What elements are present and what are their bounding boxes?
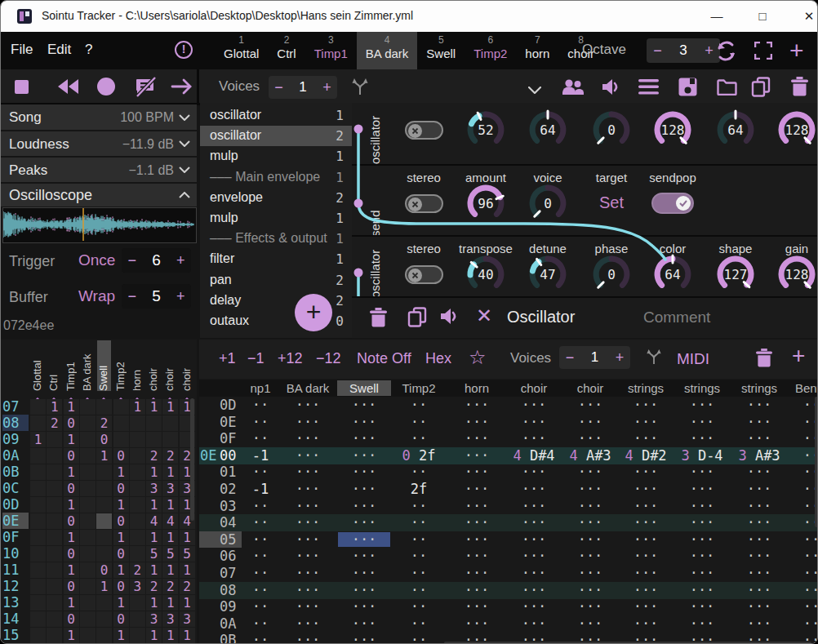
- order-cell[interactable]: [80, 481, 96, 496]
- pattern-cell[interactable]: ··: [233, 582, 287, 599]
- order-cell[interactable]: 1: [64, 595, 79, 611]
- order-cell[interactable]: [130, 628, 145, 643]
- order-cell[interactable]: 5: [180, 546, 195, 562]
- unit-list-item[interactable]: ––– Effects & output1: [200, 229, 352, 249]
- order-cell[interactable]: 1: [162, 530, 178, 545]
- pattern-cell[interactable]: 0 2f: [392, 447, 446, 464]
- order-cell[interactable]: [80, 628, 96, 643]
- order-row-label[interactable]: 13: [2, 594, 29, 611]
- pattern-cell[interactable]: ···: [281, 414, 335, 431]
- pattern-track-header-choir[interactable]: choir: [507, 380, 561, 396]
- order-cell[interactable]: [96, 464, 112, 480]
- pattern-cell[interactable]: ··: [233, 498, 287, 515]
- order-cell[interactable]: [80, 595, 96, 611]
- pattern-cell[interactable]: ···: [732, 565, 786, 582]
- pattern-cell[interactable]: ···: [281, 481, 335, 498]
- pattern-cell[interactable]: ··: [392, 514, 446, 531]
- unit-list-item[interactable]: mulp1: [200, 146, 352, 167]
- order-cell[interactable]: [80, 562, 96, 578]
- pattern-cell[interactable]: ···: [675, 464, 729, 481]
- order-cell[interactable]: [47, 432, 62, 447]
- order-cell[interactable]: 1: [64, 464, 79, 480]
- order-cell[interactable]: 0: [113, 448, 129, 464]
- tab-swell[interactable]: 5Swell: [417, 32, 465, 69]
- order-cell[interactable]: 1: [64, 628, 79, 643]
- tab-timp2[interactable]: 6Timp2: [465, 32, 516, 69]
- order-cell[interactable]: 0: [64, 415, 79, 431]
- pattern-cell[interactable]: -1: [233, 481, 287, 498]
- pattern-cell[interactable]: ···: [507, 430, 561, 447]
- voice-split-icon[interactable]: [645, 349, 663, 368]
- pattern-cell[interactable]: ··: [392, 498, 446, 515]
- pattern-cell[interactable]: ···: [789, 447, 818, 464]
- pattern-cell[interactable]: ···: [789, 464, 818, 481]
- pattern-cell[interactable]: ···: [732, 498, 786, 515]
- pattern-cell[interactable]: ···: [732, 464, 786, 481]
- order-cell[interactable]: [47, 497, 62, 513]
- order-cell[interactable]: 1: [146, 628, 162, 643]
- order-cell[interactable]: [80, 579, 96, 594]
- pattern-cell[interactable]: ···: [507, 397, 561, 414]
- pattern-cell[interactable]: ···: [563, 615, 617, 633]
- param-set-button[interactable]: Set: [579, 193, 644, 212]
- pattern-cell[interactable]: ···: [563, 565, 617, 582]
- order-cell[interactable]: 1: [64, 530, 79, 545]
- pattern-cell[interactable]: ···: [563, 464, 617, 481]
- pattern-cell[interactable]: ···: [619, 531, 673, 549]
- pattern-track-header-bentstr[interactable]: BentStr: [789, 380, 818, 396]
- order-row-label[interactable]: 15: [2, 627, 29, 643]
- unit-list-item[interactable]: ––– Main envelope1: [200, 167, 352, 188]
- order-cell[interactable]: [96, 611, 112, 627]
- pattern-cell[interactable]: 3 D-4: [675, 447, 729, 464]
- unit-list-item[interactable]: oscillator2: [200, 126, 352, 146]
- order-cell[interactable]: 0: [64, 546, 79, 562]
- pattern-cell[interactable]: ··: [392, 430, 446, 447]
- order-cell[interactable]: [30, 448, 46, 464]
- order-cell[interactable]: [130, 497, 145, 513]
- pattern-cell[interactable]: ···: [675, 397, 729, 414]
- add-unit-button[interactable]: +: [295, 294, 332, 331]
- order-cell[interactable]: [80, 464, 96, 480]
- order-cell[interactable]: [30, 415, 46, 431]
- pattern-cell[interactable]: ···: [789, 397, 818, 414]
- pattern-cell[interactable]: ···: [281, 464, 335, 481]
- pattern-cell[interactable]: ··: [392, 632, 446, 644]
- pattern-cell[interactable]: ···: [619, 464, 673, 481]
- order-cell[interactable]: 0: [96, 562, 112, 578]
- order-row-label[interactable]: 0D: [2, 496, 29, 513]
- order-cell[interactable]: [146, 432, 162, 447]
- record-icon[interactable]: [97, 78, 115, 95]
- pattern-cell[interactable]: ···: [789, 514, 818, 531]
- add-track-icon[interactable]: +: [789, 37, 804, 64]
- order-cell[interactable]: [47, 464, 62, 480]
- pattern-cell[interactable]: ··: [233, 565, 287, 582]
- order-cell[interactable]: 1: [180, 628, 195, 643]
- order-cell[interactable]: [47, 628, 62, 643]
- pattern-cell[interactable]: ···: [675, 582, 729, 599]
- unit-list-item[interactable]: filter1: [200, 249, 352, 269]
- pattern-cell[interactable]: ···: [789, 615, 818, 633]
- pattern-cell[interactable]: ···: [732, 615, 786, 633]
- order-row-label[interactable]: 09: [2, 431, 29, 447]
- trigger-mode-button[interactable]: Once: [78, 251, 115, 269]
- pattern-cell[interactable]: ··: [392, 397, 446, 414]
- order-row-label[interactable]: 0A: [2, 447, 29, 464]
- pattern-cell[interactable]: ···: [732, 430, 786, 447]
- pattern-cell[interactable]: ···: [337, 615, 391, 633]
- pattern-cell[interactable]: ···: [507, 565, 561, 582]
- order-cell[interactable]: 2: [162, 579, 178, 594]
- order-cell[interactable]: [130, 513, 145, 529]
- order-cell[interactable]: 3: [180, 611, 195, 627]
- order-cell[interactable]: 0: [113, 546, 129, 562]
- pattern-cell[interactable]: ···: [732, 514, 786, 531]
- pattern-cell[interactable]: ···: [732, 414, 786, 431]
- order-column-header-timp1[interactable]: Timp1: [64, 340, 78, 391]
- pattern-track-header-horn[interactable]: horn: [450, 380, 504, 396]
- order-cell[interactable]: 2: [96, 415, 112, 431]
- transpose-minus12-button[interactable]: −12: [316, 350, 341, 367]
- menu-help[interactable]: ?: [85, 42, 92, 58]
- pattern-voices-plus-button[interactable]: +: [609, 346, 630, 369]
- pattern-cell[interactable]: ···: [450, 430, 504, 447]
- pattern-cell[interactable]: ··: [392, 531, 446, 549]
- order-cell[interactable]: [96, 546, 112, 562]
